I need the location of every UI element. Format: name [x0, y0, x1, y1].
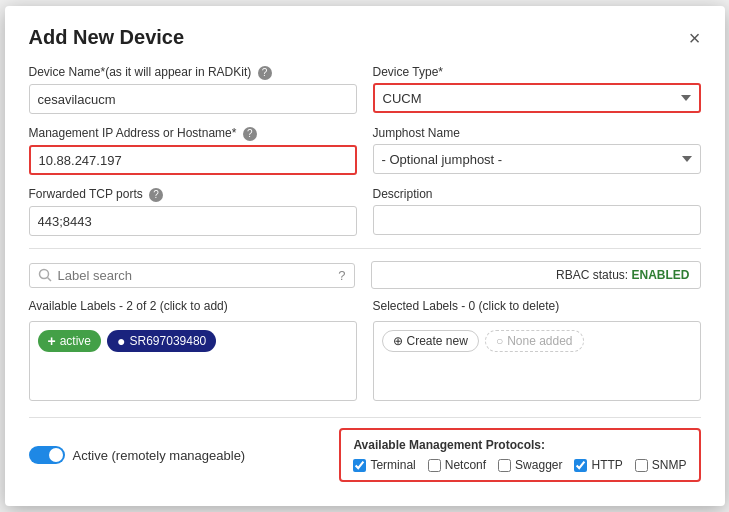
- divider-1: [29, 248, 701, 249]
- footer-row: Active (remotely manageable) Available M…: [29, 417, 701, 482]
- active-toggle-label: Active (remotely manageable): [73, 448, 246, 463]
- device-type-select[interactable]: CUCM IOS NX-OS ASA: [373, 83, 701, 113]
- device-name-help-icon[interactable]: ?: [258, 66, 272, 80]
- labels-row: Available Labels - 2 of 2 (click to add)…: [29, 299, 701, 401]
- device-name-input[interactable]: [29, 84, 357, 114]
- selected-labels-title: Selected Labels - 0 (click to delete): [373, 299, 701, 313]
- tcp-ports-help-icon[interactable]: ?: [149, 188, 163, 202]
- active-toggle-switch[interactable]: [29, 446, 65, 464]
- mgmt-ip-input[interactable]: [29, 145, 357, 175]
- search-help-icon[interactable]: ?: [338, 268, 345, 283]
- create-new-button[interactable]: ⊕ Create new: [382, 330, 479, 352]
- protocols-box: Available Management Protocols: Terminal…: [339, 428, 700, 482]
- svg-line-1: [47, 278, 51, 282]
- row-device-name-type: Device Name*(as it will appear in RADKit…: [29, 65, 701, 114]
- protocol-http: HTTP: [574, 458, 622, 472]
- jumphost-group: Jumphost Name - Optional jumphost -: [373, 126, 701, 175]
- label-sr-icon: ●: [117, 333, 125, 349]
- mgmt-ip-label: Management IP Address or Hostname* ?: [29, 126, 357, 141]
- available-labels-content: + active ● SR697039480: [29, 321, 357, 401]
- protocol-swagger-label: Swagger: [515, 458, 562, 472]
- protocol-netconf-label: Netconf: [445, 458, 486, 472]
- search-rbac-row: ? RBAC status: ENABLED: [29, 261, 701, 289]
- protocol-terminal: Terminal: [353, 458, 415, 472]
- label-search-box[interactable]: ?: [29, 263, 355, 288]
- rbac-enabled-value: ENABLED: [631, 268, 689, 282]
- row-tcp-description: Forwarded TCP ports ? Description: [29, 187, 701, 236]
- protocol-http-label: HTTP: [591, 458, 622, 472]
- label-tag-sr[interactable]: ● SR697039480: [107, 330, 216, 352]
- available-labels-title: Available Labels - 2 of 2 (click to add): [29, 299, 357, 313]
- label-sr-text: SR697039480: [130, 334, 207, 348]
- protocol-terminal-label: Terminal: [370, 458, 415, 472]
- protocol-swagger-checkbox[interactable]: [498, 459, 511, 472]
- tcp-ports-group: Forwarded TCP ports ?: [29, 187, 357, 236]
- device-name-group: Device Name*(as it will appear in RADKit…: [29, 65, 357, 114]
- device-type-label: Device Type*: [373, 65, 701, 79]
- modal-header: Add New Device ×: [29, 26, 701, 49]
- active-toggle-group: Active (remotely manageable): [29, 446, 246, 464]
- protocol-swagger: Swagger: [498, 458, 562, 472]
- modal-title: Add New Device: [29, 26, 185, 49]
- protocol-http-checkbox[interactable]: [574, 459, 587, 472]
- none-added-tag: ○ None added: [485, 330, 584, 352]
- row-mgmt-jumphost: Management IP Address or Hostname* ? Jum…: [29, 126, 701, 175]
- rbac-status: RBAC status: ENABLED: [371, 261, 701, 289]
- label-active-text: active: [60, 334, 91, 348]
- description-group: Description: [373, 187, 701, 236]
- create-new-icon: ⊕: [393, 334, 403, 348]
- protocols-list: Terminal Netconf Swagger HTTP SNMP: [353, 458, 686, 472]
- label-search-input[interactable]: [58, 268, 333, 283]
- mgmt-ip-help-icon[interactable]: ?: [243, 127, 257, 141]
- description-label: Description: [373, 187, 701, 201]
- device-type-group: Device Type* CUCM IOS NX-OS ASA: [373, 65, 701, 114]
- svg-point-0: [39, 270, 48, 279]
- selected-labels-content: ⊕ Create new ○ None added: [373, 321, 701, 401]
- add-device-modal: Add New Device × Device Name*(as it will…: [5, 6, 725, 506]
- protocols-title: Available Management Protocols:: [353, 438, 686, 452]
- toggle-thumb: [49, 448, 63, 462]
- jumphost-label: Jumphost Name: [373, 126, 701, 140]
- label-tag-active[interactable]: + active: [38, 330, 102, 352]
- available-labels-panel: Available Labels - 2 of 2 (click to add)…: [29, 299, 357, 401]
- protocol-snmp-checkbox[interactable]: [635, 459, 648, 472]
- search-icon: [38, 268, 52, 282]
- protocol-netconf: Netconf: [428, 458, 486, 472]
- jumphost-select[interactable]: - Optional jumphost -: [373, 144, 701, 174]
- mgmt-ip-group: Management IP Address or Hostname* ?: [29, 126, 357, 175]
- description-input[interactable]: [373, 205, 701, 235]
- protocol-snmp: SNMP: [635, 458, 687, 472]
- close-button[interactable]: ×: [689, 28, 701, 48]
- none-added-icon: ○: [496, 334, 503, 348]
- protocol-terminal-checkbox[interactable]: [353, 459, 366, 472]
- selected-labels-panel: Selected Labels - 0 (click to delete) ⊕ …: [373, 299, 701, 401]
- tcp-ports-input[interactable]: [29, 206, 357, 236]
- tcp-ports-label: Forwarded TCP ports ?: [29, 187, 357, 202]
- create-new-label: Create new: [407, 334, 468, 348]
- protocol-snmp-label: SNMP: [652, 458, 687, 472]
- label-active-icon: +: [48, 333, 56, 349]
- protocol-netconf-checkbox[interactable]: [428, 459, 441, 472]
- none-added-label: None added: [507, 334, 572, 348]
- device-name-label: Device Name*(as it will appear in RADKit…: [29, 65, 357, 80]
